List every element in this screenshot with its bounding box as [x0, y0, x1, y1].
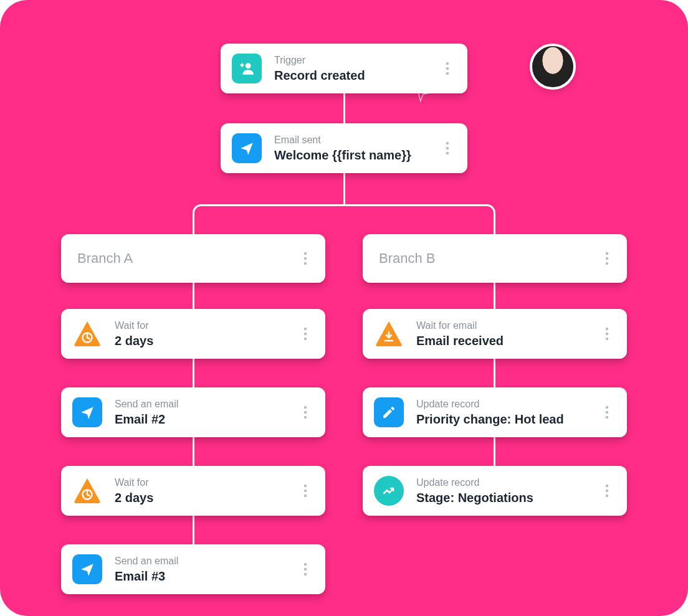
svg-point-6: [446, 152, 449, 155]
kebab-menu-icon[interactable]: [297, 405, 314, 419]
email-sent-main: Welcome {{first name}}: [274, 148, 439, 163]
svg-point-25: [304, 568, 307, 571]
trigger-card[interactable]: Trigger Record created: [221, 44, 467, 93]
svg-point-24: [304, 563, 307, 566]
kebab-menu-icon[interactable]: [297, 484, 314, 498]
kebab-menu-icon[interactable]: [297, 252, 314, 265]
step-sub: Wait for: [115, 320, 297, 331]
step-sub: Send an email: [115, 398, 297, 410]
step-sub: Update record: [416, 476, 598, 488]
email-sent-card[interactable]: Email sent Welcome {{first name}}: [221, 123, 467, 173]
svg-point-18: [304, 411, 307, 414]
svg-point-27: [606, 328, 609, 331]
step-main: Email #3: [115, 569, 297, 584]
a-step-email3[interactable]: Send an email Email #3: [61, 544, 325, 594]
svg-point-19: [304, 416, 307, 419]
connector: [209, 204, 479, 206]
connector: [494, 437, 495, 466]
step-main: Priority change: Hot lead: [416, 412, 598, 427]
svg-point-33: [606, 485, 609, 488]
branch-b-card[interactable]: Branch B: [363, 234, 627, 283]
svg-point-1: [446, 62, 449, 65]
svg-point-9: [304, 262, 307, 265]
avatar: [530, 44, 576, 90]
step-main: Stage: Negotiations: [416, 490, 598, 505]
svg-point-17: [304, 406, 307, 409]
svg-point-21: [304, 485, 307, 488]
kebab-menu-icon[interactable]: [297, 562, 314, 576]
add-person-icon: [232, 54, 262, 83]
step-main: Email #2: [115, 412, 297, 427]
svg-point-0: [246, 63, 251, 69]
svg-point-23: [304, 495, 307, 498]
svg-point-28: [606, 333, 609, 336]
step-sub: Update record: [416, 398, 598, 410]
svg-point-31: [606, 411, 609, 414]
connector: [494, 359, 495, 387]
svg-point-30: [606, 406, 609, 409]
connector: [193, 437, 194, 466]
kebab-menu-icon[interactable]: [598, 252, 616, 265]
connector: [343, 93, 345, 126]
connector: [193, 204, 210, 222]
send-icon: [232, 133, 262, 163]
svg-point-11: [606, 257, 609, 260]
a-step-email2[interactable]: Send an email Email #2: [61, 387, 325, 437]
a-step-wait2[interactable]: Wait for 2 days: [61, 466, 325, 516]
kebab-menu-icon[interactable]: [598, 327, 616, 341]
b-step-update-priority[interactable]: Update record Priority change: Hot lead: [363, 387, 627, 437]
send-icon: [72, 397, 102, 427]
svg-point-12: [606, 262, 609, 265]
kebab-menu-icon[interactable]: [439, 141, 456, 155]
svg-point-7: [304, 252, 307, 255]
svg-point-34: [606, 490, 609, 493]
connector: [343, 173, 345, 206]
branch-a-label: Branch A: [72, 250, 297, 267]
svg-point-35: [606, 495, 609, 498]
send-icon: [72, 554, 102, 584]
trigger-sub: Trigger: [274, 54, 439, 66]
trend-icon: [374, 476, 404, 506]
svg-point-8: [304, 257, 307, 260]
b-step-update-stage[interactable]: Update record Stage: Negotiations: [363, 466, 627, 516]
connector: [193, 359, 194, 387]
connector: [193, 516, 194, 544]
step-sub: Wait for email: [416, 320, 598, 331]
kebab-menu-icon[interactable]: [297, 327, 314, 341]
step-main: 2 days: [115, 490, 297, 505]
wait-clock-icon: [72, 319, 102, 349]
svg-point-15: [304, 333, 307, 336]
connector: [494, 282, 495, 310]
connector: [193, 282, 194, 310]
svg-point-5: [446, 147, 449, 150]
step-sub: Wait for: [115, 476, 297, 488]
svg-point-14: [304, 328, 307, 331]
svg-point-4: [446, 142, 449, 145]
trigger-main: Record created: [274, 68, 439, 83]
step-main: 2 days: [115, 333, 297, 348]
svg-point-16: [304, 338, 307, 341]
svg-point-26: [304, 573, 307, 576]
step-main: Email received: [416, 333, 598, 348]
svg-point-29: [606, 338, 609, 341]
branch-a-card[interactable]: Branch A: [61, 234, 325, 283]
email-sent-sub: Email sent: [274, 134, 439, 146]
wait-download-icon: [374, 319, 404, 349]
step-sub: Send an email: [115, 555, 297, 567]
kebab-menu-icon[interactable]: [598, 405, 616, 419]
branch-b-label: Branch B: [374, 250, 598, 267]
svg-point-32: [606, 416, 609, 419]
edit-icon: [374, 397, 404, 427]
svg-point-10: [606, 252, 609, 255]
kebab-menu-icon[interactable]: [439, 62, 456, 75]
kebab-menu-icon[interactable]: [598, 484, 616, 498]
connector: [478, 204, 495, 222]
wait-clock-icon: [72, 476, 102, 506]
svg-point-22: [304, 490, 307, 493]
a-step-wait1[interactable]: Wait for 2 days: [61, 309, 325, 359]
b-step-wait-email[interactable]: Wait for email Email received: [363, 309, 627, 359]
svg-point-2: [446, 67, 449, 70]
svg-point-3: [446, 72, 449, 75]
